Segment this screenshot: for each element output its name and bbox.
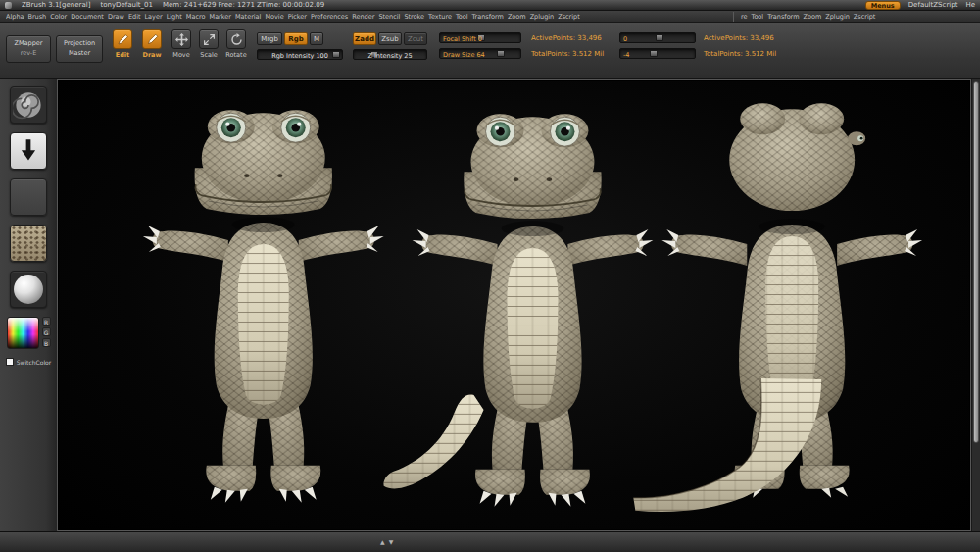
projection-label-2: Master <box>57 49 102 59</box>
stroke-selector[interactable] <box>10 132 47 170</box>
drag-arrow-icon <box>14 136 43 166</box>
menubar-right: reToolTransformZoomZpluginZscript <box>741 11 875 22</box>
toolbar: ZMapper rev-E Projection Master Edit Dra… <box>0 23 980 79</box>
menu-draw[interactable]: Draw <box>108 13 124 21</box>
menu-light[interactable]: Light <box>167 13 182 21</box>
titlebar: ZBrush 3.1[general] tonyDefault_01 Mem: … <box>0 0 980 11</box>
menu-right-transform[interactable]: Transform <box>767 13 799 21</box>
default-zscript-button[interactable]: DefaultZScript <box>908 1 958 9</box>
zbrush-logo-icon <box>5 2 12 9</box>
menus-button[interactable]: Menus <box>865 1 901 10</box>
rgb-channel-buttons: RGB <box>42 317 51 347</box>
channel-b[interactable]: B <box>42 338 51 347</box>
menu-stencil[interactable]: Stencil <box>378 13 400 21</box>
left-tray: RGB SwitchColor <box>0 79 57 531</box>
brush-selector[interactable] <box>10 86 47 124</box>
rgb-intensity-slider[interactable]: Rgb Intensity 100 <box>257 49 343 60</box>
edit-pencil-icon <box>113 29 132 49</box>
menu-right-zscript[interactable]: Zscript <box>854 13 876 21</box>
color-picker-row: RGB <box>7 317 51 349</box>
offset-slider[interactable]: 0 <box>619 32 696 43</box>
tray-down-icon[interactable]: ▼ <box>389 538 394 545</box>
menu-preferences[interactable]: Preferences <box>311 13 348 21</box>
brush-spiral-icon <box>13 89 44 121</box>
move-arrows-icon <box>172 29 191 49</box>
menu-render[interactable]: Render <box>352 13 374 21</box>
zadd-button[interactable]: Zadd <box>353 32 376 45</box>
rotate-button[interactable]: Rotate <box>223 29 249 59</box>
menu-texture[interactable]: Texture <box>428 13 452 21</box>
menu-edit[interactable]: Edit <box>128 13 141 21</box>
vertical-scrollbar[interactable] <box>971 79 980 531</box>
zmapper-button[interactable]: ZMapper rev-E <box>6 35 51 63</box>
menu-right-zoom[interactable]: Zoom <box>804 13 822 21</box>
sculpt-canvas[interactable] <box>57 79 971 531</box>
menu-macro[interactable]: Macro <box>186 13 206 21</box>
projection-master-button[interactable]: Projection Master <box>56 35 103 63</box>
edit-label: Edit <box>110 51 135 59</box>
edit-button[interactable]: Edit <box>110 29 135 59</box>
material-selector[interactable] <box>10 271 47 308</box>
offset-slider-2[interactable]: -4 <box>619 48 696 59</box>
menu-zplugin[interactable]: Zplugin <box>530 13 555 21</box>
app-title: ZBrush 3.1[general] <box>22 1 90 9</box>
color-picker[interactable] <box>7 317 39 349</box>
rotate-label: Rotate <box>223 51 249 59</box>
z-intensity-label: Z Intensity 25 <box>354 52 426 60</box>
total-points-readout: TotalPoints: 3.512 Mil <box>531 50 604 58</box>
menubar-divider <box>733 12 734 22</box>
menu-marker[interactable]: Marker <box>210 13 231 21</box>
alpha-selector[interactable] <box>10 178 47 216</box>
texture-selector[interactable] <box>10 225 47 262</box>
bottom-tray: ▲ ▼ <box>0 531 980 552</box>
document-name: tonyDefault_01 <box>100 1 153 9</box>
menu-picker[interactable]: Picker <box>288 13 307 21</box>
menu-movie[interactable]: Movie <box>265 13 283 21</box>
menu-right-tool[interactable]: Tool <box>752 13 764 21</box>
secondary-color-swatch[interactable] <box>6 358 14 366</box>
scale-arrows-icon <box>199 29 219 49</box>
mrgb-button[interactable]: Mrgb <box>257 32 282 45</box>
active-points-readout: ActivePoints: 33,496 <box>531 34 602 42</box>
switch-color-label: SwitchColor <box>17 359 52 366</box>
zbrush-window: ZBrush 3.1[general] tonyDefault_01 Mem: … <box>0 0 980 552</box>
zmapper-rev-label: rev-E <box>7 49 50 59</box>
zsub-button[interactable]: Zsub <box>378 32 402 45</box>
menu-zoom[interactable]: Zoom <box>508 13 526 21</box>
menu-document[interactable]: Document <box>71 13 104 21</box>
help-button[interactable]: He <box>965 1 975 9</box>
channel-g[interactable]: G <box>42 327 51 336</box>
menu-transform[interactable]: Transform <box>472 13 504 21</box>
menu-tool[interactable]: Tool <box>456 13 468 21</box>
tray-up-icon[interactable]: ▲ <box>380 538 385 545</box>
memory-stats: Mem: 241+629 Free: 1271 ZTime: 00:00:02.… <box>163 1 324 9</box>
tray-toggle[interactable]: ▲ ▼ <box>380 538 393 545</box>
channel-r[interactable]: R <box>42 317 51 326</box>
draw-size-slider[interactable]: Draw Size 64 <box>439 48 521 59</box>
zcut-button[interactable]: Zcut <box>404 32 427 45</box>
menu-right-zplugin[interactable]: Zplugin <box>825 13 850 21</box>
total-points-readout-right: TotalPoints: 3.512 Mil <box>704 50 776 58</box>
menu-right-re[interactable]: re <box>741 13 748 21</box>
menu-brush[interactable]: Brush <box>27 13 46 21</box>
z-intensity-slider[interactable]: Z Intensity 25 <box>353 49 427 60</box>
vertical-scrollbar-thumb[interactable] <box>973 81 979 443</box>
projection-label-1: Projection <box>57 39 102 49</box>
rotate-arrow-icon <box>226 29 246 49</box>
switch-color[interactable]: SwitchColor <box>6 358 52 366</box>
menu-stroke[interactable]: Stroke <box>404 13 424 21</box>
draw-button[interactable]: Draw <box>139 29 165 59</box>
material-sphere-icon <box>14 275 43 304</box>
m-button[interactable]: M <box>310 32 323 45</box>
menu-material[interactable]: Material <box>235 13 261 21</box>
menu-alpha[interactable]: Alpha <box>6 13 24 21</box>
focal-shift-slider[interactable]: Focal Shift 0 <box>439 32 521 43</box>
menu-layer[interactable]: Layer <box>145 13 163 21</box>
menu-color[interactable]: Color <box>50 13 67 21</box>
rgb-button[interactable]: Rgb <box>284 32 308 45</box>
zmapper-label: ZMapper <box>7 39 50 49</box>
scale-button[interactable]: Scale <box>196 29 221 59</box>
menu-zscript[interactable]: Zscript <box>558 13 580 21</box>
move-button[interactable]: Move <box>169 29 194 59</box>
menubar-left: AlphaBrushColorDocumentDrawEditLayerLigh… <box>6 11 580 22</box>
